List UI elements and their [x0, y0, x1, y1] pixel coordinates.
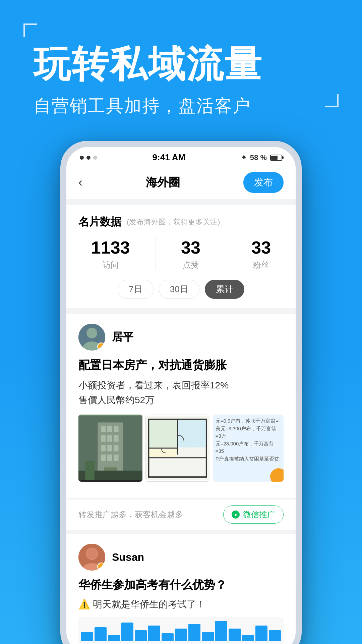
svg-rect-27 [149, 449, 177, 457]
stats-tabs: 7日 30日 累计 [78, 280, 284, 299]
back-button[interactable]: ‹ [78, 175, 82, 190]
post-card-1: 居平 配置日本房产，对抗通货膨胀 小额投资者，看过来，表回报率12%售價人民幣约… [66, 314, 296, 498]
hero-title: 玩转私域流量 [23, 27, 339, 84]
post-card-2: Susan 华侨生参加高考有什么优势？ ⚠️ 明天就是华侨生的考试了！ [66, 534, 296, 644]
building-image [78, 415, 142, 482]
svg-rect-5 [101, 426, 106, 432]
chart-bar [81, 632, 93, 641]
stats-numbers: 1133 访问 33 点赞 33 粉丝 [78, 237, 284, 270]
signal-dot-3 [93, 156, 97, 160]
phone-frame: 9:41 AM ✦ 58 % ‹ 海外圈 发布 [60, 141, 302, 644]
post-title-2: 华侨生参加高考有什么优势？ [78, 577, 284, 593]
stat-visits: 1133 访问 [91, 237, 130, 270]
chart-bar [108, 635, 120, 641]
chart-bar [202, 632, 214, 641]
stats-main-title: 名片数据 [78, 215, 121, 229]
nav-bar: ‹ 海外圈 发布 [66, 166, 296, 199]
chart-bar [269, 630, 281, 641]
phone-inner: 9:41 AM ✦ 58 % ‹ 海外圈 发布 [66, 147, 296, 644]
phone-mockup: 9:41 AM ✦ 58 % ‹ 海外圈 发布 [60, 141, 302, 644]
chart-bar [229, 629, 241, 641]
stat-fans-label: 粉丝 [251, 260, 271, 270]
stat-visits-label: 访问 [91, 260, 130, 270]
svg-point-1 [86, 328, 97, 338]
floorplan-image [145, 415, 210, 482]
post-header-2: Susan [78, 544, 284, 571]
verified-badge-1 [97, 342, 105, 351]
stat-likes: 33 点赞 [181, 237, 200, 270]
avatar-susan [78, 544, 105, 571]
svg-rect-26 [178, 420, 206, 447]
chart-bar [148, 626, 160, 641]
stat-likes-number: 33 [181, 237, 200, 258]
chart-bar [121, 623, 133, 641]
post-username-2: Susan [112, 551, 144, 564]
nav-title: 海外圈 [146, 175, 180, 190]
svg-rect-8 [101, 435, 106, 442]
chart-bar [135, 630, 147, 641]
signal-dot-1 [80, 156, 84, 160]
svg-rect-25 [149, 420, 177, 447]
wechat-icon: ● [232, 511, 240, 519]
bluetooth-icon: ✦ [241, 153, 247, 162]
hero-subtitle: 自营销工具加持，盘活客户 [23, 94, 339, 118]
stats-divider-1 [155, 237, 156, 270]
chart-bar [95, 627, 107, 641]
tab-cumulative[interactable]: 累计 [205, 280, 244, 299]
tab-30days[interactable]: 30日 [159, 280, 199, 299]
svg-rect-6 [107, 426, 112, 432]
post-title-1: 配置日本房产，对抗通货膨胀 [78, 357, 284, 373]
hero-section: 玩转私域流量 自营销工具加持，盘活客户 [0, 0, 362, 135]
text-doc-image: 元=0.9户布，苏联千万富翁= 美元=3,300户布，千万富翁=3万 元=28,… [213, 415, 284, 482]
chart-bar [162, 633, 174, 641]
stat-visits-number: 1133 [91, 237, 130, 258]
svg-rect-14 [101, 454, 106, 461]
stats-subtitle: (发布海外圈，获得更多关注) [127, 217, 220, 227]
verified-badge-2 [97, 562, 105, 571]
status-time: 9:41 AM [97, 152, 241, 163]
stats-title-row: 名片数据 (发布海外圈，获得更多关注) [78, 215, 284, 229]
stat-likes-label: 点赞 [181, 260, 200, 270]
battery-icon [270, 155, 282, 161]
chart-bar [242, 635, 254, 641]
post-images-1: 元=0.9户布，苏联千万富翁= 美元=3,300户布，千万富翁=3万 元=28,… [78, 415, 284, 482]
tab-7days[interactable]: 7日 [118, 280, 153, 299]
svg-rect-15 [107, 454, 112, 461]
chart-area [78, 617, 284, 644]
chart-bar [215, 621, 227, 641]
post-body-1: 小额投资者，看过来，表回报率12%售價人民幣约52万 [78, 378, 284, 408]
svg-rect-11 [101, 445, 106, 451]
avatar-jüping [78, 324, 105, 351]
status-indicators [80, 156, 97, 160]
svg-rect-10 [114, 435, 118, 442]
post-header-1: 居平 [78, 324, 284, 351]
stat-fans-number: 33 [251, 237, 271, 258]
promotion-row: 转发推广越多，获客机会越多 ● 微信推广 [66, 499, 296, 530]
stat-fans: 33 粉丝 [251, 237, 271, 270]
post-body-2: ⚠️ 明天就是华侨生的考试了！ [78, 597, 284, 611]
svg-rect-19 [85, 461, 95, 480]
chart-bar [188, 624, 200, 641]
signal-dot-2 [86, 156, 90, 160]
chart-bar [175, 629, 187, 641]
wechat-btn-label: 微信推广 [243, 509, 275, 520]
svg-rect-7 [114, 426, 118, 432]
promo-text: 转发推广越多，获客机会越多 [78, 509, 183, 520]
status-bar: 9:41 AM ✦ 58 % [66, 147, 296, 166]
svg-rect-13 [114, 445, 118, 451]
publish-button[interactable]: 发布 [243, 172, 284, 193]
wechat-promote-button[interactable]: ● 微信推广 [223, 505, 284, 524]
svg-point-31 [86, 548, 97, 559]
svg-rect-9 [107, 435, 112, 442]
stats-card: 名片数据 (发布海外圈，获得更多关注) 1133 访问 33 点赞 [66, 205, 296, 308]
chart-bar [255, 626, 267, 641]
svg-rect-16 [114, 454, 118, 461]
content-area: 名片数据 (发布海外圈，获得更多关注) 1133 访问 33 点赞 [66, 199, 296, 644]
status-right-icons: ✦ 58 % [241, 153, 282, 162]
battery-percentage: 58 % [250, 153, 267, 162]
stats-divider-2 [226, 237, 226, 270]
svg-rect-12 [107, 445, 112, 451]
post-username-1: 居平 [112, 330, 133, 344]
